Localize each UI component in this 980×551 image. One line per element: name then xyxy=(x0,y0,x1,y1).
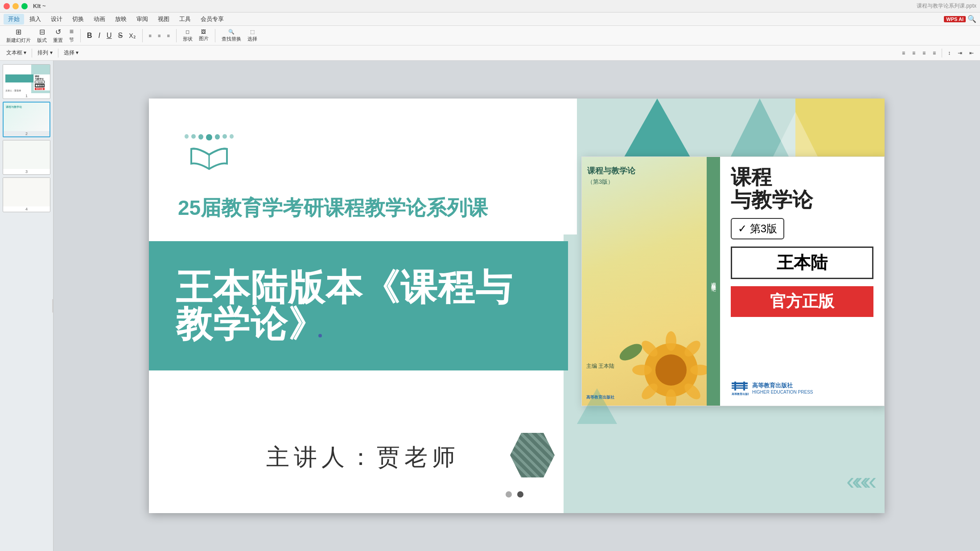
layout-icon: ⊟ xyxy=(39,28,45,36)
slide-panel: ‹ 课程与教学论 ✓ 第3版 王本陆 官方正版 主讲人：贾老师 1 课程与教学论 xyxy=(0,61,54,551)
slide-main-title: 王本陆版本《课程与教学论》 xyxy=(176,269,541,342)
section-icon: ≡ xyxy=(70,28,74,36)
slide-thumb-1[interactable]: 课程与教学论 ✓ 第3版 王本陆 官方正版 主讲人：贾老师 1 xyxy=(3,64,50,99)
menu-start[interactable]: 开始 xyxy=(4,14,24,25)
book-dot xyxy=(191,134,195,139)
menu-bar: 开始 插入 设计 切换 动画 放映 审阅 视图 工具 会员专享 WPS AI 🔍 xyxy=(0,12,980,26)
bold-button[interactable]: B xyxy=(84,31,95,41)
insert-group: ◻ 形状 🖼 图片 xyxy=(180,28,211,43)
reset-button[interactable]: ↺ 重置 xyxy=(50,27,66,45)
select-all-button[interactable]: 选择 ▾ xyxy=(61,48,81,58)
text-align-justify-button[interactable]: ≡ xyxy=(930,49,939,57)
format-bar: 文本框 ▾ 排列 ▾ 选择 ▾ ≡ ≡ ≡ ≡ ↕ ⇥ ⇤ xyxy=(0,45,980,61)
align-center-button[interactable]: ≡ xyxy=(155,32,163,39)
book-dot xyxy=(215,134,220,140)
toolbar-sep-4 xyxy=(215,29,215,42)
book-edition-badge: ✓ 第3版 xyxy=(731,218,784,239)
text-box-button[interactable]: 文本框 ▾ xyxy=(4,48,29,58)
shape-button[interactable]: ◻ 形状 xyxy=(180,28,195,43)
indent-less-button[interactable]: ⇤ xyxy=(967,49,976,57)
menu-design[interactable]: 设计 xyxy=(46,14,67,25)
window-title: 课程与教学论系列课.pptx xyxy=(917,2,976,10)
picture-button[interactable]: 🖼 图片 xyxy=(196,28,211,43)
italic-button[interactable]: I xyxy=(96,31,103,41)
slide-thumb-num-1: 1 xyxy=(3,93,50,99)
find-icon: 🔍 xyxy=(228,29,235,35)
menu-view[interactable]: 视图 xyxy=(153,14,174,25)
search-icon[interactable]: 🔍 xyxy=(968,15,976,23)
slide-subtitle: 25届教育学考研课程教学论系列课 xyxy=(178,194,488,222)
slide-thumb-3[interactable]: 3 xyxy=(3,140,50,175)
text-align-center-button[interactable]: ≡ xyxy=(910,49,918,57)
slide-thumb-4[interactable]: 4 xyxy=(3,177,50,212)
new-slide-button[interactable]: ⊞ 新建幻灯片 xyxy=(4,27,33,45)
book-dot xyxy=(206,134,212,140)
toolbar-sep-1 xyxy=(80,29,81,42)
menu-review[interactable]: 审阅 xyxy=(132,14,152,25)
svg-rect-14 xyxy=(734,382,736,391)
toolbar: ⊞ 新建幻灯片 ⊟ 版式 ↺ 重置 ≡ 节 B I U S X₂ xyxy=(0,26,980,45)
format-sep-2 xyxy=(58,49,58,58)
format-sep-1 xyxy=(32,49,32,58)
subscript-button[interactable]: X₂ xyxy=(126,31,138,40)
svg-point-2 xyxy=(666,331,676,351)
book-dot xyxy=(198,134,203,140)
layout-button[interactable]: ⊟ 版式 xyxy=(34,27,49,45)
text-align-left-button[interactable]: ≡ xyxy=(899,49,908,57)
book-icon-wrapper xyxy=(185,134,234,175)
svg-point-1 xyxy=(655,354,687,386)
menu-vip[interactable]: 会员专享 xyxy=(196,14,228,25)
slide-presenter: 主讲人：贾老师 xyxy=(176,442,550,473)
indent-more-button[interactable]: ⇥ xyxy=(955,49,965,57)
align-center-icon: ≡ xyxy=(158,33,161,38)
book-spine: 课程与教学论 xyxy=(707,157,720,406)
publisher-logo-svg: 高等教育出版社 xyxy=(731,379,749,397)
strikethrough-button[interactable]: S xyxy=(115,31,126,41)
text-align-right-button[interactable]: ≡ xyxy=(920,49,928,57)
book-cover-title: 课程与教学论 （第3版） xyxy=(587,166,635,187)
deco-chevrons: ««« xyxy=(846,467,871,495)
menu-transition[interactable]: 切换 xyxy=(68,14,88,25)
arrange-icon: 排列 xyxy=(37,49,48,56)
slide-thumb-2-container[interactable]: 课程与教学论 2 xyxy=(3,102,50,137)
window-controls[interactable] xyxy=(4,3,28,9)
menu-slideshow[interactable]: 放映 xyxy=(111,14,131,25)
svg-rect-15 xyxy=(743,382,745,391)
strikethrough-icon: S xyxy=(118,32,123,40)
select-button[interactable]: ⬚ 选择 xyxy=(245,28,260,43)
align-left-button[interactable]: ≡ xyxy=(146,32,154,39)
book-icon-area xyxy=(185,134,234,175)
picture-icon: 🖼 xyxy=(201,29,206,34)
main-layout: ‹ 课程与教学论 ✓ 第3版 王本陆 官方正版 主讲人：贾老师 1 课程与教学论 xyxy=(0,61,980,551)
menu-insert[interactable]: 插入 xyxy=(25,14,45,25)
svg-rect-13 xyxy=(732,387,748,389)
section-button[interactable]: ≡ 节 xyxy=(66,27,77,44)
book-title-big: 课程与教学论 xyxy=(731,166,873,211)
svg-rect-11 xyxy=(732,382,748,384)
publisher-name-area: 高等教育出版社 HIGHER EDUCATION PRESS xyxy=(752,382,813,395)
close-button[interactable] xyxy=(4,3,10,9)
line-spacing-button[interactable]: ↕ xyxy=(945,49,953,57)
maximize-button[interactable] xyxy=(21,3,28,9)
slide-nav-dots xyxy=(506,491,523,498)
menu-animation[interactable]: 动画 xyxy=(89,14,110,25)
minimize-button[interactable] xyxy=(12,3,19,9)
align-right-icon: ≡ xyxy=(167,33,169,38)
arrange-button[interactable]: 排列 ▾ xyxy=(35,48,55,58)
select-all-icon: 选择 xyxy=(64,49,74,56)
nav-dot-2[interactable] xyxy=(517,491,523,498)
book-dot xyxy=(222,134,226,139)
menu-tools[interactable]: 工具 xyxy=(175,14,195,25)
publisher-chinese: 高等教育出版社 xyxy=(752,382,813,390)
slide-thumb-num-2: 2 xyxy=(4,131,49,136)
canvas-area: 25届教育学考研课程教学论系列课 王本陆版本《课程与教学论》 主讲人：贾老师 课… xyxy=(54,61,980,551)
panel-toggle-button[interactable]: ‹ xyxy=(52,299,54,313)
publisher-english: HIGHER EDUCATION PRESS xyxy=(752,390,813,395)
book-svg-icon xyxy=(189,142,229,173)
nav-dot-1[interactable] xyxy=(506,491,512,498)
bold-icon: B xyxy=(87,32,92,40)
find-button[interactable]: 🔍 查找替换 xyxy=(219,28,244,43)
align-right-button[interactable]: ≡ xyxy=(164,32,172,39)
wps-ai-badge[interactable]: WPS AI xyxy=(944,16,966,22)
underline-button[interactable]: U xyxy=(104,31,115,41)
